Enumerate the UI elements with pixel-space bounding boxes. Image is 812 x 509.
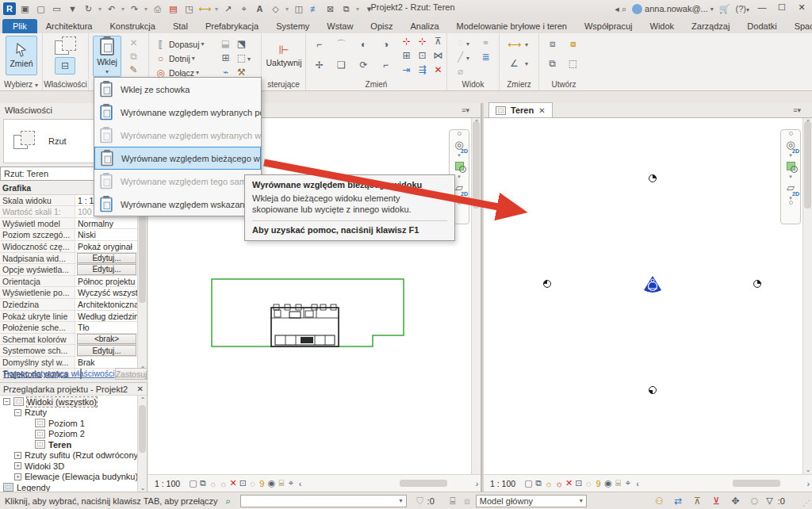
linework-icon[interactable]: ╱ <box>454 51 467 63</box>
copy-element-icon[interactable]: ❏ <box>335 59 348 71</box>
tab-zarzadzaj[interactable]: Zarządzaj <box>683 19 738 33</box>
align-tool[interactable]: ⟦Dopasuj▾ <box>154 37 205 51</box>
property-value[interactable]: Północ projektu <box>75 276 138 287</box>
browser-close-icon[interactable]: ✕ <box>137 385 144 393</box>
pan-left-icon[interactable]: ‹ <box>297 477 304 489</box>
offset-icon[interactable]: ⌒ <box>335 38 348 51</box>
pan-2d-icon[interactable]: ▱2D <box>783 179 799 195</box>
unlocked-view-icon[interactable]: ◌ <box>585 477 592 489</box>
sun-settings-icon[interactable]: ☼ <box>209 477 216 489</box>
app-store-icon[interactable]: 🛒 <box>719 4 730 14</box>
menu-item-aligned-current-view[interactable]: Wyrównane względem bieżącego widoku <box>94 147 261 170</box>
property-value[interactable]: Tło <box>75 322 138 333</box>
type-properties-button[interactable] <box>55 36 75 54</box>
thin-lines-icon[interactable]: ≢ <box>308 2 321 15</box>
view-tab-teren[interactable]: Teren ✕ <box>488 102 553 117</box>
expand-icon[interactable]: + <box>14 473 21 480</box>
close-button[interactable]: ✕ <box>795 2 809 15</box>
shadows-icon[interactable]: ☼ <box>555 477 563 489</box>
paste-button[interactable]: Wklej ▾ <box>93 36 121 77</box>
navbar-options-icon[interactable] <box>458 132 462 136</box>
delete-icon[interactable]: ✕ <box>431 63 445 76</box>
create-parts-icon[interactable]: ⬚ <box>566 57 580 70</box>
steering-wheel-icon[interactable]: ◎2D <box>451 136 467 152</box>
properties-help-link[interactable]: Pomoc dotycząca właściwości <box>3 369 115 378</box>
selection-glasses-icon[interactable]: ⚇ <box>652 495 666 507</box>
expand-icon[interactable]: + <box>14 462 21 469</box>
property-value[interactable]: Normalny <box>75 218 138 229</box>
temporary-hide-icon[interactable]: 9 <box>259 477 266 489</box>
new-file-icon[interactable]: ▢ <box>34 2 48 15</box>
hide-elements-icon[interactable]: ◌ <box>454 36 467 49</box>
zoom-region-icon[interactable] <box>783 158 799 174</box>
tab-architektura[interactable]: Architektura <box>37 19 102 33</box>
design-option-selector[interactable]: Model główny▾ <box>476 495 587 507</box>
help-icon[interactable]: (?)▾ <box>736 4 749 13</box>
collapse-icon[interactable]: − <box>3 398 10 405</box>
crop-view-icon[interactable]: ✕ <box>565 477 573 489</box>
panel-label-utworz[interactable]: Utwórz <box>539 80 588 89</box>
menu-item-paste-clipboard[interactable]: Wklej ze schowka <box>94 78 261 101</box>
aligned-dimension-icon[interactable]: ⟷ <box>198 2 212 15</box>
tree-item-poziom1[interactable]: Poziom 1 <box>0 418 147 429</box>
browser-scrollbar[interactable]: ⌃ ⌄ <box>137 396 147 492</box>
properties-palette-button[interactable]: ⊟ <box>55 57 75 75</box>
measure-icon[interactable]: ⟷ <box>508 38 521 51</box>
apply-button[interactable]: Zastosuj <box>115 368 148 380</box>
scale-icon[interactable]: ⊡ <box>416 49 429 62</box>
switch-windows-icon[interactable]: ⧉ <box>339 2 353 15</box>
editable-only-icon[interactable]: ⛉ <box>413 495 427 507</box>
workset-selector[interactable]: ▾ <box>240 495 407 507</box>
zoom-menu-icon[interactable]: ▾ <box>458 174 461 178</box>
tab-systemy[interactable]: Systemy <box>267 19 318 33</box>
panel-label-sterujace[interactable]: sterujące <box>262 80 305 89</box>
shadows-icon[interactable]: ☼ <box>220 477 228 489</box>
temporary-hide-icon[interactable]: 9 <box>595 477 602 489</box>
rotate-icon[interactable]: ⟳ <box>357 59 370 71</box>
tab-close-icon[interactable]: ✕ <box>538 106 545 115</box>
trim-corner-icon[interactable]: ⌐ <box>379 59 393 71</box>
split-gap-icon[interactable]: ⊹ <box>416 35 429 48</box>
worksharing-display-icon[interactable]: ⌸ <box>278 477 285 489</box>
zoom-menu-icon[interactable]: ▾ <box>789 174 792 178</box>
tree-item-rzuty-sufitu[interactable]: + Rzuty sufitu (Rzut odwrócony) <box>0 450 147 461</box>
split-icon[interactable]: ⊹ <box>400 35 413 48</box>
revit-logo-button[interactable]: R <box>3 2 16 15</box>
trim-extend-icon[interactable]: ⇥ <box>400 63 413 76</box>
tab-list-icon[interactable]: ≡▾ <box>793 106 801 114</box>
move-icon[interactable]: ✢ <box>312 59 326 71</box>
expand-icon[interactable]: + <box>14 452 21 459</box>
scroll-down-icon[interactable]: ⌄ <box>803 466 812 473</box>
select-pinned-icon[interactable]: ⊼ <box>690 495 704 507</box>
tab-prefabrykacja[interactable]: Prefabrykacja <box>197 19 267 33</box>
print-icon[interactable]: ⎙ <box>151 2 164 15</box>
unlocked-view-icon[interactable]: ◌ <box>249 477 256 489</box>
show-crop-icon[interactable]: ⊡ <box>575 477 582 489</box>
reveal-icon[interactable]: ⌀ <box>454 65 467 78</box>
tab-opisz[interactable]: Opisz <box>362 19 401 33</box>
teren-canvas[interactable]: ◎2D ▾ ▾ ▱2D ▾ <box>484 118 812 474</box>
settings-gear-icon[interactable]: ⛭ <box>747 495 761 507</box>
detail-level-icon[interactable]: ⧉ <box>535 477 542 489</box>
tree-item-teren[interactable]: Teren <box>0 439 147 450</box>
create-similar-icon[interactable]: ⧇ <box>566 37 580 50</box>
trim-multiple-icon[interactable]: ⇶ <box>416 63 429 76</box>
viewer-icon[interactable]: ▣ <box>18 2 32 15</box>
tab-list-icon[interactable]: ≡▾ <box>462 106 469 114</box>
scale-button[interactable]: 1 : 100 <box>490 479 515 488</box>
split-face-icon[interactable]: ⊞ <box>219 52 232 64</box>
horizontal-scrollbar[interactable] <box>733 480 780 487</box>
menu-item-aligned-selected-levels[interactable]: Wyrównane względem wybranych poziomów <box>94 101 261 124</box>
panel-label-wlasciwosci[interactable]: Właściwości <box>43 80 88 89</box>
show-crop-icon[interactable]: ⊡ <box>239 477 247 489</box>
sun-settings-icon[interactable]: ☼ <box>545 477 553 489</box>
open-file-icon[interactable]: ▭ <box>50 2 63 15</box>
visual-style-icon[interactable]: ▢ <box>189 477 197 489</box>
sync-icon[interactable]: ↻ <box>82 2 95 15</box>
tab-spacemaker[interactable]: Spacemaker <box>786 19 812 33</box>
navbar-end-icon[interactable] <box>789 201 793 205</box>
tab-konstrukcja[interactable]: Konstrukcja <box>101 19 163 33</box>
temporary-view-properties-icon[interactable]: ⌖ <box>624 477 631 489</box>
scroll-down-icon[interactable]: ⌄ <box>138 484 147 492</box>
filter-icon[interactable]: ▽ <box>766 496 772 506</box>
